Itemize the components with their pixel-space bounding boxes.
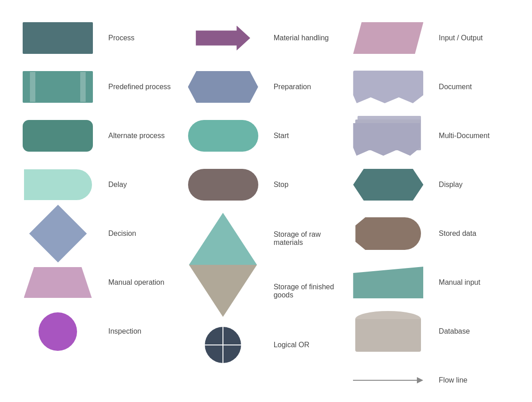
document-shape [353,71,423,103]
shape-multi-document-container [348,116,428,156]
stop-label: Stop [274,181,349,189]
row-process: Process [18,14,184,62]
shape-stored-data-container [348,217,428,250]
material-handling-label: Material handling [274,34,349,42]
display-label: Display [439,181,514,189]
multi-document-shape [353,116,423,156]
shape-decision-container [18,213,97,254]
shape-inspection-container [18,312,97,351]
predefined-shape [23,71,93,103]
row-manual-op: Manual operation [18,258,184,307]
delay-shape [24,169,92,200]
material-handling-shape [196,26,250,51]
document-label: Document [439,83,514,91]
row-multi-document: Multi-Document [348,111,514,160]
process-label: Process [108,34,184,42]
stored-data-shape [355,217,421,250]
multi-doc-front [353,123,420,156]
alternate-shape [23,120,93,152]
row-decision: Decision [18,209,184,258]
manual-input-shape [353,267,423,298]
shape-database-container [348,311,428,352]
shape-start-container [184,120,263,152]
main-container: Process Predefined process Alternate pro… [0,0,532,402]
logical-or-label: Logical OR [274,341,349,349]
column-3: Input / Output Document Multi-Document [348,14,514,402]
manual-op-shape [24,267,92,298]
row-storage-combined: Storage of raw materials Storage of fini… [184,209,349,321]
shape-manual-input-container [348,267,428,298]
row-stop: Stop [184,160,349,209]
row-delay: Delay [18,160,184,209]
column-1: Process Predefined process Alternate pro… [18,14,184,402]
decision-label: Decision [108,230,184,238]
storage-raw-shape [189,213,257,265]
row-alternate: Alternate process [18,111,184,160]
display-shape [353,169,423,201]
shape-input-output-container [348,22,428,54]
inspection-label: Inspection [108,327,184,335]
shape-preparation-container [184,71,263,103]
flow-line-label: Flow line [439,376,514,384]
start-shape [188,120,258,152]
row-document: Document [348,62,514,111]
manual-op-label: Manual operation [108,278,184,287]
shape-flow-line-container [348,377,428,383]
row-start: Start [184,111,349,160]
decision-shape [29,205,87,262]
input-output-shape [353,22,423,54]
shape-material-handling-container [184,26,263,51]
shape-stop-container [184,169,263,201]
row-manual-input: Manual input [348,258,514,307]
shape-delay-container [18,169,97,200]
shape-alternate-container [18,120,97,152]
storage-shapes-container [184,213,263,317]
row-display: Display [348,160,514,209]
process-shape [23,22,93,54]
row-database: Database [348,307,514,356]
row-material-handling: Material handling [184,14,349,62]
shape-document-container [348,71,428,103]
alternate-label: Alternate process [108,132,184,140]
flow-line-shape [353,377,423,383]
storage-raw-label: Storage of raw materials [274,230,349,247]
preparation-label: Preparation [274,83,349,91]
shape-process-container [18,22,97,54]
stored-data-label: Stored data [439,230,514,238]
row-preparation: Preparation [184,62,349,111]
input-output-label: Input / Output [439,34,514,42]
shape-manual-op-container [18,267,97,298]
multi-document-label: Multi-Document [439,132,514,140]
inspection-shape [39,312,77,351]
logical-or-shape [205,327,241,363]
storage-labels-container: Storage of raw materials Storage of fini… [274,230,349,299]
database-shape [355,311,421,352]
db-top-inner [355,319,421,327]
storage-finished-label: Storage of finished goods [274,283,349,299]
start-label: Start [274,132,349,140]
database-label: Database [439,327,514,335]
shape-logical-or-container [184,327,263,363]
shape-predefined-container [18,71,97,103]
preparation-shape [188,71,258,103]
delay-label: Delay [108,181,184,189]
manual-input-label: Manual input [439,278,514,287]
shape-display-container [348,169,428,201]
flow-line-arrow [417,377,423,383]
storage-finished-shape [189,265,257,317]
flow-line-body [353,380,417,381]
stop-shape [188,169,258,201]
row-input-output: Input / Output [348,14,514,62]
row-flow-line: Flow line [348,356,514,402]
row-inspection: Inspection [18,307,184,356]
predefined-label: Predefined process [108,83,184,91]
row-predefined: Predefined process [18,62,184,111]
row-stored-data: Stored data [348,209,514,258]
row-logical-or: Logical OR [184,321,349,369]
column-2: Material handling Preparation Start Stop [184,14,349,402]
